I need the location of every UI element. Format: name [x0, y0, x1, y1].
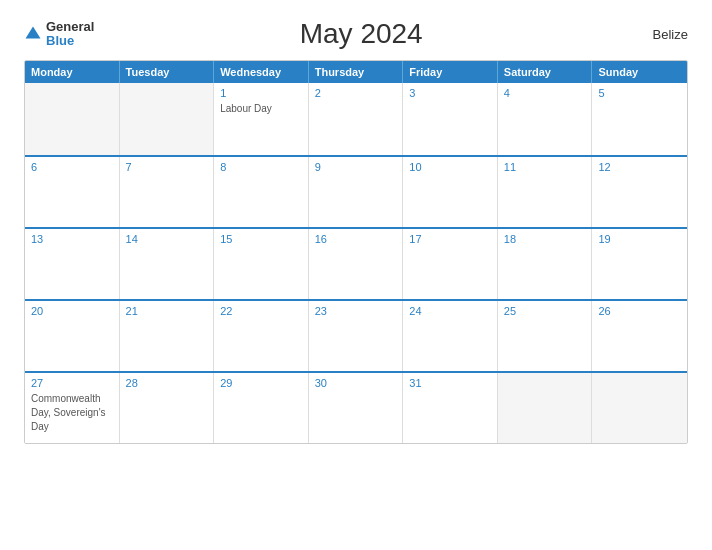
calendar-week: 6789101112	[25, 155, 687, 227]
day-number: 24	[409, 305, 491, 317]
calendar-cell	[592, 373, 687, 443]
day-number: 9	[315, 161, 397, 173]
calendar-cell: 1Labour Day	[214, 83, 309, 155]
calendar-cell: 22	[214, 301, 309, 371]
day-number: 3	[409, 87, 491, 99]
calendar-cell: 19	[592, 229, 687, 299]
day-number: 20	[31, 305, 113, 317]
calendar-cell: 18	[498, 229, 593, 299]
calendar-cell: 6	[25, 157, 120, 227]
weekday-header: Sunday	[592, 61, 687, 83]
holiday-label: Commonwealth Day, Sovereign's Day	[31, 393, 106, 432]
calendar-cell: 7	[120, 157, 215, 227]
calendar-cell: 24	[403, 301, 498, 371]
day-number: 2	[315, 87, 397, 99]
weekday-header: Friday	[403, 61, 498, 83]
day-number: 23	[315, 305, 397, 317]
calendar-cell: 8	[214, 157, 309, 227]
calendar-cell	[120, 83, 215, 155]
logo: General Blue	[24, 20, 94, 49]
calendar-cell: 17	[403, 229, 498, 299]
day-number: 29	[220, 377, 302, 389]
month-title: May 2024	[94, 18, 628, 50]
calendar: MondayTuesdayWednesdayThursdayFridaySatu…	[24, 60, 688, 444]
day-number: 14	[126, 233, 208, 245]
country-label: Belize	[628, 27, 688, 42]
holiday-label: Labour Day	[220, 103, 272, 114]
calendar-cell: 16	[309, 229, 404, 299]
calendar-body: 1Labour Day23456789101112131415161718192…	[25, 83, 687, 443]
calendar-week: 20212223242526	[25, 299, 687, 371]
calendar-cell: 25	[498, 301, 593, 371]
calendar-cell: 5	[592, 83, 687, 155]
page-header: General Blue May 2024 Belize	[24, 18, 688, 50]
calendar-cell: 20	[25, 301, 120, 371]
day-number: 8	[220, 161, 302, 173]
day-number: 7	[126, 161, 208, 173]
day-number: 16	[315, 233, 397, 245]
day-number: 5	[598, 87, 681, 99]
calendar-cell: 30	[309, 373, 404, 443]
calendar-cell: 14	[120, 229, 215, 299]
day-number: 1	[220, 87, 302, 99]
calendar-cell: 3	[403, 83, 498, 155]
day-number: 26	[598, 305, 681, 317]
calendar-cell: 10	[403, 157, 498, 227]
day-number: 4	[504, 87, 586, 99]
day-number: 22	[220, 305, 302, 317]
day-number: 18	[504, 233, 586, 245]
calendar-cell: 11	[498, 157, 593, 227]
calendar-cell: 9	[309, 157, 404, 227]
day-number: 12	[598, 161, 681, 173]
calendar-week: 13141516171819	[25, 227, 687, 299]
calendar-cell	[25, 83, 120, 155]
day-number: 11	[504, 161, 586, 173]
calendar-cell: 15	[214, 229, 309, 299]
day-number: 31	[409, 377, 491, 389]
day-number: 27	[31, 377, 113, 389]
calendar-cell: 2	[309, 83, 404, 155]
calendar-header: MondayTuesdayWednesdayThursdayFridaySatu…	[25, 61, 687, 83]
calendar-cell: 23	[309, 301, 404, 371]
calendar-cell: 28	[120, 373, 215, 443]
calendar-cell: 13	[25, 229, 120, 299]
calendar-cell: 4	[498, 83, 593, 155]
calendar-week: 1Labour Day2345	[25, 83, 687, 155]
calendar-cell	[498, 373, 593, 443]
weekday-header: Wednesday	[214, 61, 309, 83]
calendar-cell: 27Commonwealth Day, Sovereign's Day	[25, 373, 120, 443]
calendar-cell: 26	[592, 301, 687, 371]
logo-icon	[24, 25, 42, 43]
svg-marker-0	[26, 27, 41, 39]
calendar-page: General Blue May 2024 Belize MondayTuesd…	[0, 0, 712, 550]
day-number: 19	[598, 233, 681, 245]
day-number: 25	[504, 305, 586, 317]
calendar-cell: 21	[120, 301, 215, 371]
day-number: 30	[315, 377, 397, 389]
weekday-header: Thursday	[309, 61, 404, 83]
calendar-cell: 29	[214, 373, 309, 443]
day-number: 15	[220, 233, 302, 245]
calendar-cell: 12	[592, 157, 687, 227]
calendar-cell: 31	[403, 373, 498, 443]
calendar-week: 27Commonwealth Day, Sovereign's Day28293…	[25, 371, 687, 443]
day-number: 17	[409, 233, 491, 245]
day-number: 28	[126, 377, 208, 389]
day-number: 13	[31, 233, 113, 245]
weekday-header: Saturday	[498, 61, 593, 83]
logo-text: General Blue	[46, 20, 94, 49]
weekday-header: Tuesday	[120, 61, 215, 83]
weekday-header: Monday	[25, 61, 120, 83]
day-number: 10	[409, 161, 491, 173]
day-number: 21	[126, 305, 208, 317]
day-number: 6	[31, 161, 113, 173]
